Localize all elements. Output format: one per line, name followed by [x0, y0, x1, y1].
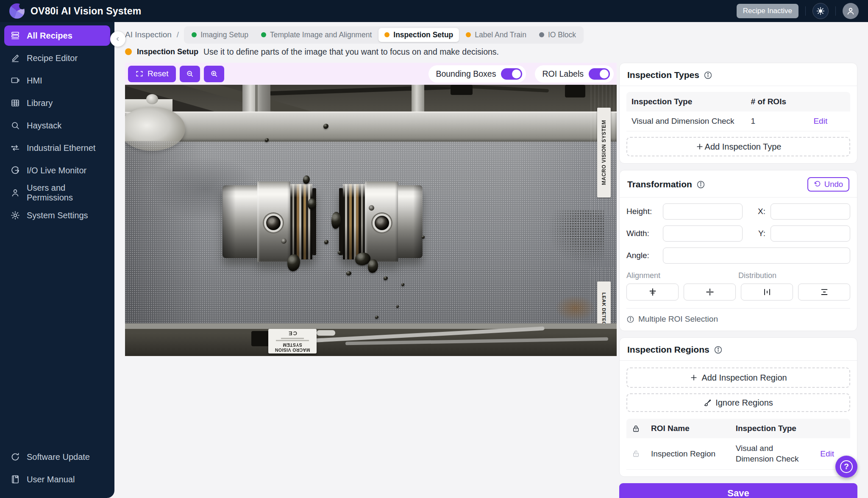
step-status-dot [192, 32, 197, 37]
sidebar-item-system-settings[interactable]: System Settings [4, 205, 110, 225]
breadcrumb: AI Inspection / Imaging Setup Template I… [125, 22, 857, 43]
inspection-types-title: Inspection Types [627, 70, 699, 80]
oil-spatter [549, 210, 604, 265]
sidebar-item-users-permissions[interactable]: Users and Permissions [4, 183, 110, 203]
distribute-horizontal-button[interactable] [741, 284, 793, 300]
align-horizontal-center-button[interactable] [626, 284, 679, 300]
io-icon [10, 165, 20, 175]
bounding-boxes-switch[interactable] [501, 68, 522, 80]
inspection-regions-title: Inspection Regions [627, 345, 709, 355]
save-button[interactable]: Save [619, 483, 857, 498]
roi-count: 1 [746, 111, 809, 131]
header-divider [835, 6, 836, 16]
breadcrumb-separator: / [177, 30, 179, 39]
inspection-types-card: Inspection Types Inspection Type # of RO… [619, 63, 857, 164]
sidebar-collapse-button[interactable] [110, 31, 125, 47]
conveyor-rail [125, 111, 617, 142]
info-icon [626, 315, 634, 323]
distribute-vertical-button[interactable] [798, 284, 850, 300]
help-button[interactable]: ? [835, 456, 857, 478]
recipes-list-icon [10, 31, 20, 41]
inspection-types-table-header: Inspection Type # of ROIs [626, 92, 850, 111]
width-input[interactable] [663, 225, 743, 242]
step-template-image-alignment[interactable]: Template Image and Alignment [255, 28, 378, 42]
lock-open-icon[interactable] [632, 449, 640, 458]
multi-roi-note: Multiple ROI Selection [626, 308, 850, 324]
info-icon[interactable] [696, 180, 705, 189]
step-status-dot [384, 32, 389, 37]
info-icon[interactable] [704, 71, 712, 80]
header-divider [805, 6, 806, 16]
app-title: OV80i AI Vision System [31, 6, 141, 17]
step-imaging-setup[interactable]: Imaging Setup [186, 28, 254, 42]
x-input[interactable] [771, 203, 850, 220]
step-info: Inspection Setup Use it to define parts … [125, 44, 857, 59]
ce-mark: CE [288, 330, 297, 337]
y-label: Y: [748, 229, 765, 238]
sidebar-item-user-manual[interactable]: User Manual [4, 469, 110, 490]
undo-button[interactable]: Undo [807, 177, 849, 192]
y-input[interactable] [771, 225, 850, 242]
x-label: X: [748, 207, 765, 216]
user-icon [10, 188, 20, 198]
roi-labels-switch[interactable] [589, 68, 610, 80]
step-info-dot [125, 48, 132, 55]
pencil-icon [10, 53, 20, 63]
step-info-description: Use it to define parts of the image that… [203, 47, 499, 57]
edit-region-link[interactable]: Edit [820, 449, 834, 459]
breadcrumb-section[interactable]: AI Inspection [125, 30, 172, 39]
step-status-dot [539, 32, 544, 37]
sidebar-item-hmi[interactable]: HMI [4, 70, 110, 91]
inspection-camera-image[interactable]: MACRO VISION SYSTEM LEAK DETECTION MACRO… [125, 85, 617, 356]
sidebar-item-io-live-monitor[interactable]: I/O Live Monitor [4, 160, 110, 181]
inspection-regions-card: Inspection Regions Add Inspection Region… [619, 337, 857, 477]
sidebar-item-software-update[interactable]: Software Update [4, 447, 110, 467]
zoom-out-button[interactable] [180, 66, 200, 82]
avatar[interactable] [843, 3, 859, 19]
distribute-horizontal-icon [762, 287, 772, 297]
canvas-toolbar: Reset Bounding Boxes ROI Labels [125, 63, 617, 85]
info-icon[interactable] [714, 345, 723, 354]
angle-input[interactable] [663, 248, 850, 264]
width-label: Width: [626, 229, 658, 238]
inspected-part-left [223, 181, 316, 262]
sidebar-item-recipe-editor[interactable]: Recipe Editor [4, 48, 110, 68]
zoom-in-icon [210, 70, 218, 78]
roi-inspection-type: Visual and Dimension Check [731, 438, 815, 469]
sidebar-item-industrial-ethernet[interactable]: Industrial Ethernet [4, 138, 110, 158]
step-io-block[interactable]: IO Block [533, 28, 582, 42]
height-input[interactable] [663, 203, 743, 220]
align-vertical-center-icon [705, 287, 715, 297]
add-inspection-type-button[interactable]: Add Inspection Type [626, 137, 850, 156]
workflow-stepper: Imaging Setup Template Image and Alignme… [184, 26, 584, 44]
step-inspection-setup[interactable]: Inspection Setup [378, 28, 459, 42]
sidebar-item-haystack[interactable]: Haystack [4, 115, 110, 136]
plus-icon [696, 142, 704, 151]
sidebar-item-all-recipes[interactable]: All Recipes [4, 25, 110, 46]
switch-knob [600, 70, 609, 78]
reset-corners-icon [135, 70, 144, 78]
equipment-nameplate: MACRO VISION SYSTEM CE [268, 329, 317, 353]
theme-toggle-button[interactable] [812, 3, 829, 19]
part-bore-hole [373, 214, 391, 232]
reset-view-button[interactable]: Reset [128, 66, 176, 82]
transformation-title: Transformation [627, 179, 692, 189]
sidebar-item-library[interactable]: Library [4, 93, 110, 113]
lock-closed-icon[interactable] [632, 424, 640, 433]
plus-icon [690, 373, 698, 382]
step-label-and-train[interactable]: Label And Train [460, 28, 532, 42]
macro-vision-sensor: MACRO VISION SYSTEM [590, 85, 617, 215]
step-info-title: Inspection Setup [137, 47, 198, 56]
zoom-in-button[interactable] [204, 66, 224, 82]
ignore-regions-button[interactable]: Ignore Regions [626, 393, 850, 412]
book-icon [10, 474, 20, 484]
edit-inspection-type-link[interactable]: Edit [813, 117, 827, 126]
distribute-vertical-icon [820, 287, 829, 297]
add-inspection-region-button[interactable]: Add Inspection Region [626, 367, 850, 388]
align-vertical-center-button[interactable] [684, 284, 736, 300]
step-status-dot [466, 32, 471, 37]
transformation-card: Transformation Undo Height: X: [619, 170, 857, 331]
switch-knob [512, 70, 521, 78]
distribution-label: Distribution [738, 271, 850, 280]
inspection-side-panel: Inspection Types Inspection Type # of RO… [619, 63, 857, 498]
